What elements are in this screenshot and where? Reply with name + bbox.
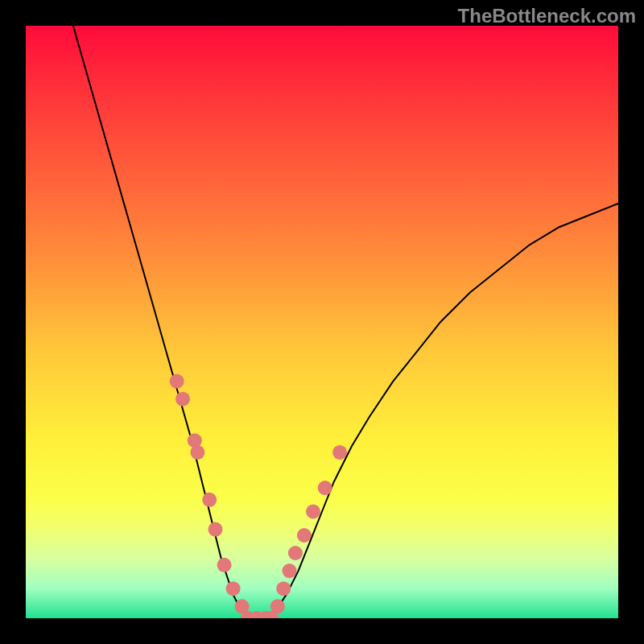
svg-point-4 bbox=[202, 493, 217, 507]
svg-point-1 bbox=[175, 392, 190, 407]
svg-point-15 bbox=[283, 564, 297, 578]
svg-point-16 bbox=[288, 546, 303, 560]
data-points bbox=[170, 374, 347, 618]
svg-point-5 bbox=[208, 522, 223, 537]
svg-point-19 bbox=[318, 481, 332, 495]
chart-svg bbox=[26, 26, 618, 618]
svg-point-0 bbox=[170, 374, 184, 389]
svg-point-6 bbox=[217, 558, 232, 572]
svg-point-20 bbox=[332, 445, 347, 460]
svg-point-18 bbox=[306, 505, 320, 519]
svg-point-3 bbox=[190, 445, 204, 460]
svg-point-14 bbox=[276, 581, 291, 596]
svg-point-7 bbox=[226, 581, 241, 596]
svg-point-17 bbox=[297, 528, 312, 543]
curve-line bbox=[73, 26, 618, 618]
chart-plot-area bbox=[26, 26, 618, 618]
svg-point-13 bbox=[270, 599, 285, 613]
watermark-text: TheBottleneck.com bbox=[458, 5, 636, 27]
